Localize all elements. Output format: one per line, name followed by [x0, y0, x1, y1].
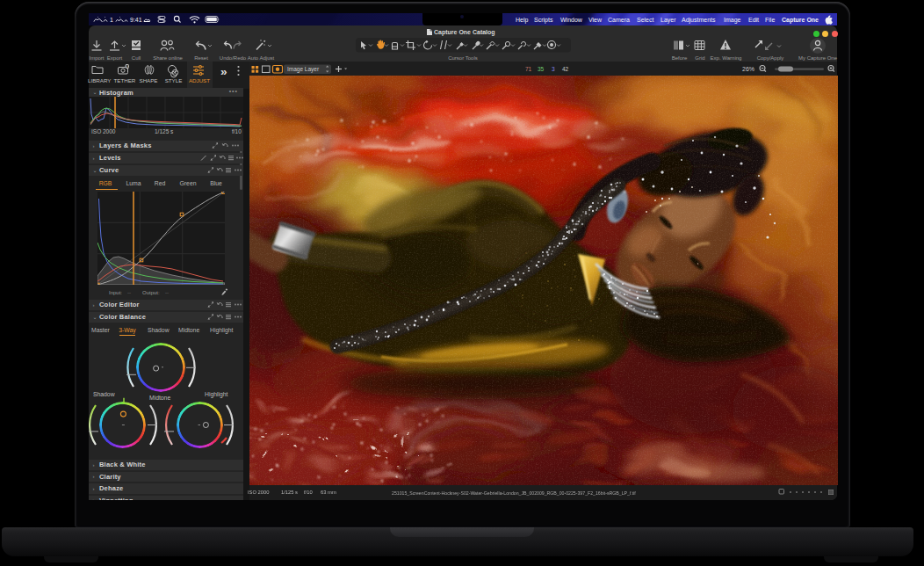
- svg-text:9:41: 9:41: [130, 17, 142, 23]
- svg-text:1: 1: [110, 17, 113, 23]
- svg-text:26%: 26%: [742, 65, 754, 71]
- svg-text:3: 3: [552, 65, 555, 71]
- svg-text:42: 42: [562, 65, 569, 71]
- svg-text:Image Layer: Image Layer: [287, 66, 320, 73]
- svg-text:35: 35: [538, 65, 545, 71]
- svg-text:71: 71: [525, 65, 532, 71]
